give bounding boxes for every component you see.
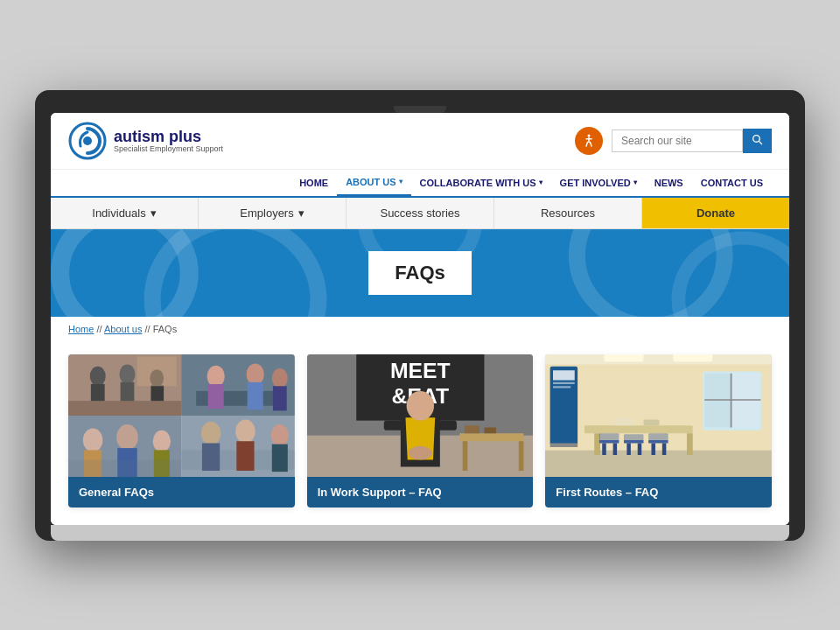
laptop-frame: autism plus Specialist Employment Suppor… (35, 90, 805, 541)
svg-point-56 (409, 445, 432, 459)
card-general-faqs-image (68, 354, 295, 477)
svg-rect-36 (68, 459, 181, 476)
svg-rect-76 (553, 386, 570, 388)
svg-rect-65 (605, 354, 644, 361)
nav-about[interactable]: ABOUT US ▾ (337, 170, 410, 196)
search-button[interactable] (743, 129, 772, 153)
svg-rect-28 (273, 386, 287, 410)
svg-rect-44 (272, 444, 288, 471)
svg-point-23 (207, 365, 225, 387)
card-in-work-support[interactable]: MEET &EAT (307, 354, 534, 508)
svg-point-41 (235, 419, 255, 443)
svg-rect-75 (553, 382, 575, 383)
chevron-down-icon: ▾ (150, 206, 157, 220)
svg-rect-74 (553, 370, 575, 380)
svg-rect-19 (137, 356, 177, 386)
breadcrumb-sep1: // (96, 324, 104, 334)
svg-rect-88 (638, 443, 641, 454)
main-nav: HOME ABOUT US ▾ COLLABORATE WITH US ▾ GE… (51, 170, 789, 198)
nav-get-involved[interactable]: GET INVOLVED ▾ (551, 170, 646, 196)
laptop-notch (394, 106, 446, 113)
site-name: autism plus (114, 129, 223, 144)
sub-nav: Individuals ▾ Employers ▾ Success storie… (51, 198, 789, 229)
svg-rect-85 (613, 443, 617, 454)
chevron-down-icon: ▾ (634, 178, 637, 186)
svg-rect-94 (648, 433, 668, 441)
svg-point-7 (577, 229, 724, 317)
logo-text: autism plus Specialist Employment Suppor… (114, 129, 223, 153)
svg-text:MEET: MEET (390, 359, 451, 382)
subnav-employers[interactable]: Employers ▾ (199, 198, 346, 228)
logo-icon (68, 122, 107, 160)
card-in-work-support-image: MEET &EAT (307, 354, 534, 477)
search-area (612, 129, 772, 153)
svg-point-2 (588, 134, 591, 136)
svg-rect-54 (383, 420, 402, 430)
svg-rect-61 (484, 427, 495, 433)
svg-rect-77 (550, 443, 578, 446)
svg-rect-55 (437, 420, 456, 430)
svg-rect-24 (208, 384, 224, 409)
svg-rect-78 (584, 425, 693, 433)
svg-point-30 (83, 428, 102, 452)
card-general-faqs-label: General FAQs (68, 477, 295, 508)
svg-line-4 (759, 141, 762, 144)
svg-rect-64 (545, 450, 772, 477)
logo-area[interactable]: autism plus Specialist Employment Suppor… (68, 122, 223, 160)
svg-rect-58 (462, 441, 467, 471)
svg-rect-66 (674, 354, 713, 361)
card-in-work-support-label: In Work Support – FAQ (307, 477, 534, 508)
svg-point-1 (83, 136, 92, 145)
chevron-down-icon: ▾ (539, 178, 542, 186)
hero-banner: FAQs (51, 229, 789, 317)
svg-rect-40 (202, 443, 220, 470)
svg-rect-91 (662, 443, 666, 454)
nav-news[interactable]: NEWS (646, 170, 692, 196)
breadcrumb-sep2: // (144, 324, 152, 334)
svg-rect-42 (236, 441, 254, 471)
svg-point-27 (272, 368, 288, 388)
search-input[interactable] (612, 130, 743, 152)
svg-rect-18 (68, 401, 181, 416)
site-header: autism plus Specialist Employment Suppor… (51, 113, 789, 170)
svg-point-39 (201, 421, 220, 444)
subnav-individuals[interactable]: Individuals ▾ (51, 198, 199, 228)
svg-rect-84 (603, 443, 606, 454)
svg-point-3 (753, 135, 760, 142)
svg-rect-93 (624, 434, 643, 441)
svg-point-14 (119, 364, 135, 383)
svg-point-43 (271, 424, 289, 446)
svg-rect-60 (465, 425, 480, 433)
card-general-faqs[interactable]: General FAQs (68, 354, 295, 508)
site-tagline: Specialist Employment Support (114, 144, 223, 153)
svg-rect-92 (599, 433, 619, 441)
header-right (575, 127, 772, 155)
svg-point-12 (90, 366, 106, 385)
chevron-down-icon: ▾ (298, 206, 304, 220)
card-first-routes-image (545, 354, 772, 477)
card-first-routes[interactable]: First Routes – FAQ (545, 354, 772, 508)
breadcrumb-about[interactable]: About us (104, 324, 142, 334)
nav-collaborate[interactable]: COLLABORATE WITH US ▾ (411, 170, 551, 196)
cards-section: General FAQs MEET (51, 341, 789, 525)
svg-rect-63 (545, 354, 772, 365)
breadcrumb-current: FAQs (153, 324, 178, 334)
page-title: FAQs (368, 251, 471, 295)
subnav-success-stories[interactable]: Success stories (346, 198, 494, 228)
svg-point-53 (406, 390, 433, 420)
nav-contact[interactable]: CONTACT US (692, 170, 772, 196)
laptop-screen: autism plus Specialist Employment Suppor… (51, 113, 789, 525)
laptop-base (51, 525, 789, 541)
nav-home[interactable]: HOME (290, 170, 337, 196)
svg-point-32 (116, 424, 138, 450)
breadcrumb-home[interactable]: Home (68, 324, 94, 334)
svg-point-34 (153, 430, 171, 452)
svg-point-25 (247, 363, 264, 385)
svg-rect-81 (614, 417, 634, 425)
svg-rect-80 (687, 433, 693, 455)
subnav-resources[interactable]: Resources (494, 198, 642, 228)
svg-rect-82 (644, 419, 660, 425)
subnav-donate[interactable]: Donate (642, 198, 789, 228)
accessibility-icon[interactable] (575, 127, 603, 155)
svg-rect-87 (627, 443, 631, 454)
